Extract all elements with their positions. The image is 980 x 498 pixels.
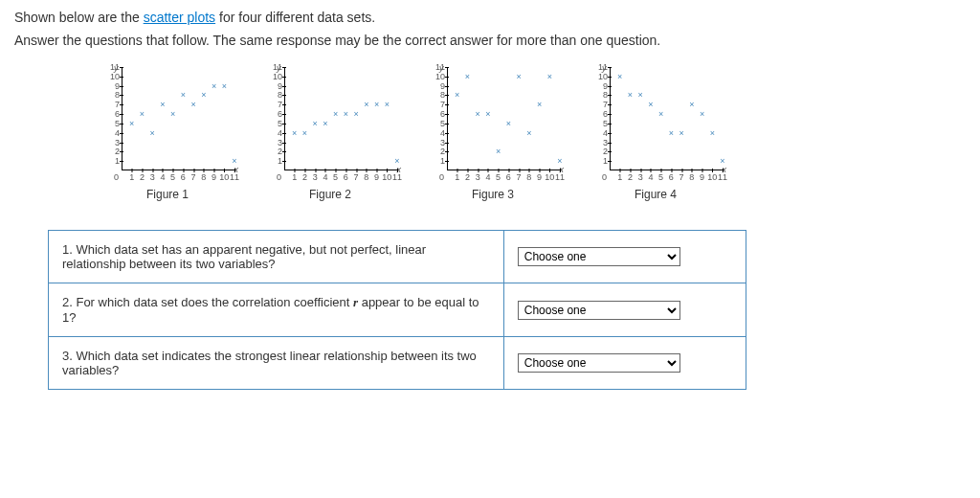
x-tick: 7 (191, 172, 196, 182)
y-tick: 10 (430, 72, 445, 81)
y-tick: 5 (104, 119, 120, 128)
data-point: × (557, 156, 562, 166)
question-1-answer-cell: Choose one (503, 231, 746, 283)
data-point: × (720, 156, 724, 166)
y-tick: 11 (104, 62, 120, 72)
charts-row: yx012345678910111234567891011×××××××××××… (100, 67, 966, 201)
question-3-answer-cell: Choose one (503, 337, 746, 390)
x-tick: 4 (648, 172, 653, 182)
question-2-dropdown[interactable]: Choose one (518, 301, 680, 320)
y-tick: 9 (104, 81, 120, 91)
x-tick: 9 (374, 172, 379, 182)
question-2-answer-cell: Choose one (503, 283, 746, 337)
y-tick: 11 (430, 62, 445, 72)
data-point: × (648, 100, 653, 109)
x-tick: 3 (313, 172, 318, 182)
data-point: × (302, 128, 307, 138)
x-tick: 2 (302, 172, 307, 182)
origin-label: 0 (439, 172, 444, 182)
data-point: × (201, 90, 206, 100)
data-point: × (465, 72, 470, 81)
x-tick: 9 (537, 172, 542, 182)
data-point: × (506, 119, 511, 128)
data-point: × (344, 109, 348, 119)
y-tick: 4 (430, 128, 445, 138)
data-point: × (333, 109, 338, 119)
data-point: × (394, 156, 399, 166)
x-tick: 6 (344, 172, 348, 182)
data-point: × (526, 128, 531, 138)
question-3-dropdown[interactable]: Choose one (518, 353, 680, 373)
intro-line-1: Shown below are the scatter plots for fo… (14, 10, 966, 25)
y-tick: 2 (104, 147, 120, 156)
data-point: × (700, 109, 704, 119)
x-tick: 4 (323, 172, 327, 182)
y-tick: 3 (592, 138, 608, 147)
x-tick: 5 (496, 172, 501, 182)
question-2-text: 2. For which data set does the correlati… (49, 283, 504, 337)
x-tick: 8 (526, 172, 531, 182)
data-point: × (455, 90, 459, 100)
x-tick: 7 (679, 172, 684, 182)
y-tick: 6 (592, 109, 608, 119)
x-tick: 2 (140, 172, 145, 182)
data-point: × (476, 109, 480, 119)
y-tick: 8 (430, 90, 445, 100)
x-tick: 8 (364, 172, 368, 182)
data-point: × (710, 128, 715, 138)
y-tick: 4 (267, 128, 282, 138)
data-point: × (516, 72, 521, 81)
x-tick: 11 (555, 172, 565, 182)
question-1-text: 1. Which data set has an apparent negati… (49, 231, 504, 283)
y-tick: 10 (592, 72, 608, 81)
y-tick: 2 (430, 147, 445, 156)
data-point: × (190, 100, 195, 109)
x-tick: 10 (219, 172, 229, 182)
origin-label: 0 (602, 172, 607, 182)
questions-table: 1. Which data set has an apparent negati… (48, 230, 746, 390)
x-tick: 3 (476, 172, 480, 182)
y-tick: 3 (430, 138, 445, 147)
y-tick: 7 (592, 100, 608, 109)
figure-4-chart: yx012345678910111234567891011××××××××××× (589, 67, 723, 182)
data-point: × (140, 109, 145, 119)
data-point: × (628, 90, 633, 100)
intro-text-a: Shown below are the (14, 10, 144, 25)
question-1-dropdown[interactable]: Choose one (518, 247, 680, 266)
x-tick: 11 (392, 172, 402, 182)
data-point: × (485, 109, 490, 119)
origin-label: 0 (277, 172, 281, 182)
y-tick: 4 (592, 128, 608, 138)
data-point: × (170, 109, 175, 119)
data-point: × (689, 100, 694, 109)
x-tick: 3 (638, 172, 643, 182)
y-tick: 4 (104, 128, 120, 138)
x-tick: 1 (129, 172, 134, 182)
y-tick: 9 (267, 81, 282, 91)
x-tick: 6 (181, 172, 186, 182)
x-tick: 10 (707, 172, 717, 182)
y-tick: 10 (104, 72, 120, 81)
figure-3-chart: yx012345678910111234567891011××××××××××× (426, 67, 560, 182)
data-point: × (150, 128, 155, 138)
data-point: × (323, 119, 327, 128)
figure-4-label: Figure 4 (635, 188, 677, 201)
x-tick: 8 (201, 172, 206, 182)
figure-2-block: yx012345678910111234567891011×××××××××××… (263, 67, 397, 201)
data-point: × (496, 147, 501, 156)
y-tick: 3 (267, 138, 282, 147)
x-tick: 2 (628, 172, 633, 182)
x-tick: 6 (506, 172, 511, 182)
x-tick: 4 (485, 172, 490, 182)
x-tick: 10 (545, 172, 554, 182)
figure-1-chart: yx012345678910111234567891011××××××××××× (100, 67, 234, 182)
question-3-text: 3. Which data set indicates the stronges… (49, 337, 504, 390)
x-tick: 3 (150, 172, 155, 182)
y-tick: 1 (267, 156, 282, 166)
y-tick: 11 (267, 62, 282, 72)
scatter-plots-link[interactable]: scatter plots (144, 10, 215, 25)
y-tick: 7 (267, 100, 282, 109)
y-tick: 6 (267, 109, 282, 119)
figure-2-label: Figure 2 (309, 188, 351, 201)
x-tick: 9 (212, 172, 216, 182)
